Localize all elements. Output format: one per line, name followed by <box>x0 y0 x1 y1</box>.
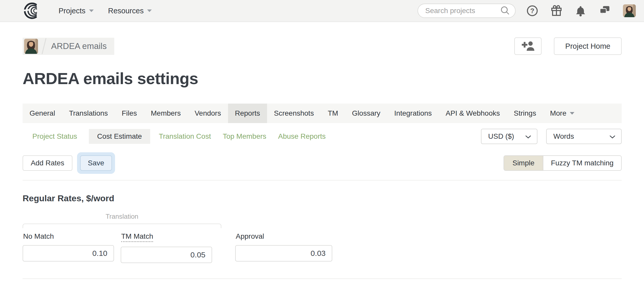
mode-toggle: Simple Fuzzy TM matching <box>504 155 622 171</box>
breadcrumb-separator <box>42 38 46 54</box>
caret-down-icon <box>570 112 574 115</box>
toggle-fuzzy-tm-matching[interactable]: Fuzzy TM matching <box>543 156 621 170</box>
user-avatar[interactable] <box>623 4 636 17</box>
currency-select[interactable]: USD ($) <box>481 129 537 144</box>
actions-left: Add Rates Save <box>23 152 115 174</box>
subnav-cost-estimate[interactable]: Cost Estimate <box>89 129 150 144</box>
save-button[interactable]: Save <box>80 155 112 171</box>
tab-vendors[interactable]: Vendors <box>188 104 228 123</box>
nav-projects[interactable]: Projects <box>59 7 94 15</box>
currency-select-value: USD ($) <box>488 132 514 140</box>
help-icon[interactable]: ? <box>526 5 538 17</box>
breadcrumb[interactable]: ARDEA emails <box>23 38 114 55</box>
actions-row: Add Rates Save Simple Fuzzy TM matching <box>23 152 622 174</box>
header-buttons: Project Home <box>514 37 622 55</box>
caret-down-icon <box>147 9 152 12</box>
svg-text:?: ? <box>530 7 534 15</box>
settings-tabs: General Translations Files Members Vendo… <box>23 104 622 123</box>
caret-down-icon <box>89 9 94 12</box>
nav-resources[interactable]: Resources <box>108 7 152 15</box>
tab-more[interactable]: More <box>543 104 581 123</box>
unit-select-value: Words <box>553 132 574 140</box>
chevron-down-icon <box>525 132 531 140</box>
project-avatar <box>24 39 38 54</box>
no-match-input[interactable] <box>23 245 114 262</box>
tab-screenshots[interactable]: Screenshots <box>267 104 321 123</box>
unit-select[interactable]: Words <box>546 129 622 144</box>
tab-glossary[interactable]: Glossary <box>345 104 387 123</box>
subnav-abuse-reports[interactable]: Abuse Reports <box>278 132 326 140</box>
field-no-match: No Match <box>23 232 114 263</box>
tab-reports[interactable]: Reports <box>228 104 267 123</box>
translation-group-label: Translation <box>23 213 221 220</box>
chat-icon[interactable] <box>599 5 611 17</box>
field-approval: Approval <box>235 232 332 263</box>
breadcrumb-row: ARDEA emails Project Home <box>23 37 622 55</box>
tab-translations[interactable]: Translations <box>62 104 115 123</box>
section-divider <box>23 180 622 180</box>
subnav-translation-cost[interactable]: Translation Cost <box>159 132 211 140</box>
rates-section: Translation No Match TM Match Approval <box>23 213 622 263</box>
search-input[interactable] <box>425 6 500 15</box>
project-home-label: Project Home <box>565 42 610 51</box>
subnav-row: Project Status Cost Estimate Translation… <box>23 129 622 144</box>
field-tm-match: TM Match <box>121 232 212 263</box>
tab-integrations[interactable]: Integrations <box>387 104 439 123</box>
add-person-icon <box>521 40 535 52</box>
tab-tm[interactable]: TM <box>321 104 345 123</box>
tab-files[interactable]: Files <box>115 104 144 123</box>
page-content: ARDEA emails Project Home ARDEA emails s… <box>0 37 644 279</box>
invite-members-button[interactable] <box>514 37 542 55</box>
add-rates-button[interactable]: Add Rates <box>23 155 72 171</box>
tab-general[interactable]: General <box>23 104 62 123</box>
page-title: ARDEA emails settings <box>23 69 622 88</box>
bell-icon[interactable] <box>575 5 586 17</box>
tm-match-input[interactable] <box>121 247 212 263</box>
toggle-simple[interactable]: Simple <box>504 156 543 170</box>
chevron-down-icon <box>609 132 615 140</box>
reports-subnav: Project Status Cost Estimate Translation… <box>23 129 337 144</box>
filters: USD ($) Words <box>481 129 622 144</box>
gift-icon[interactable] <box>551 5 562 17</box>
tab-strings[interactable]: Strings <box>507 104 543 123</box>
bottom-divider <box>23 278 622 279</box>
tab-api-webhooks[interactable]: API & Webhooks <box>439 104 507 123</box>
project-home-button[interactable]: Project Home <box>554 37 622 55</box>
subnav-project-status[interactable]: Project Status <box>32 132 77 140</box>
nav-projects-label: Projects <box>59 7 86 15</box>
tm-match-label: TM Match <box>121 232 153 242</box>
save-focus-ring: Save <box>77 152 115 174</box>
rate-fields-row: No Match TM Match Approval <box>23 232 622 263</box>
subnav-top-members[interactable]: Top Members <box>223 132 266 140</box>
tab-members[interactable]: Members <box>144 104 188 123</box>
rates-heading: Regular Rates, $/word <box>23 193 622 203</box>
search-box[interactable] <box>418 4 516 18</box>
topbar: Projects Resources ? <box>0 0 644 22</box>
topbar-icon-group: ? <box>526 4 636 17</box>
nav-resources-label: Resources <box>108 7 144 15</box>
breadcrumb-project-name: ARDEA emails <box>51 41 107 51</box>
approval-label: Approval <box>236 232 264 240</box>
search-icon[interactable] <box>500 5 510 16</box>
approval-input[interactable] <box>235 245 332 262</box>
crowdin-logo-icon[interactable] <box>23 2 44 20</box>
no-match-label: No Match <box>23 232 54 240</box>
translation-group-bracket <box>23 224 221 228</box>
